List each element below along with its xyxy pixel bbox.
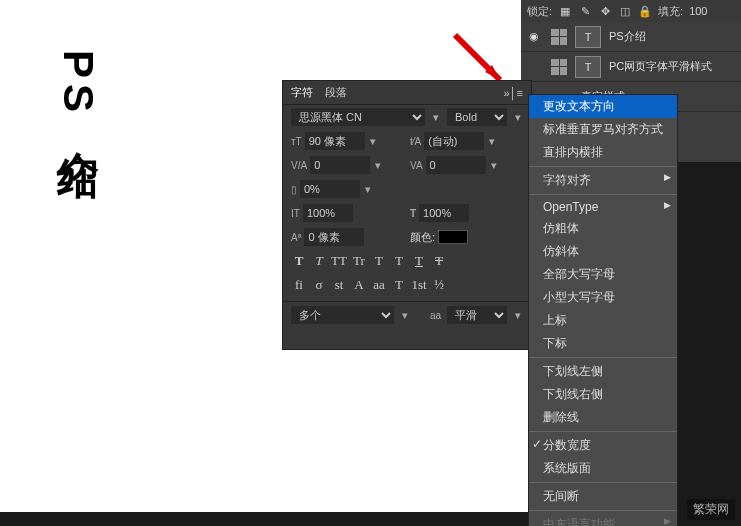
lock-brush-icon[interactable]: ✎	[578, 4, 592, 18]
menu-item[interactable]: 更改文本方向	[529, 95, 677, 118]
aa-icon: aa	[430, 310, 441, 321]
tsume-input[interactable]	[300, 180, 360, 198]
chevron-down-icon[interactable]: ▾	[513, 309, 523, 322]
layer-options-bar: 锁定: ▦ ✎ ✥ ◫ 🔒 填充: 100	[521, 0, 741, 22]
color-label: 颜色:	[410, 230, 435, 245]
stylistic-button[interactable]: aa	[371, 277, 387, 293]
superscript-button[interactable]: T	[371, 253, 387, 269]
strike-button[interactable]: T	[431, 253, 447, 269]
panel-flyout-menu: 更改文本方向标准垂直罗马对齐方式直排内横排字符对齐OpenType仿粗体仿斜体全…	[528, 94, 678, 526]
tracking-icon: VA	[410, 160, 423, 171]
menu-item[interactable]: 小型大写字母	[529, 286, 677, 309]
antialias-select[interactable]: 平滑	[447, 306, 507, 324]
chevron-down-icon[interactable]: ▾	[489, 159, 499, 172]
titling-button[interactable]: T	[391, 277, 407, 293]
visibility-icon[interactable]: ◉	[529, 30, 543, 43]
menu-item[interactable]: 下划线右侧	[529, 383, 677, 406]
baseline-icon: Aª	[291, 232, 301, 243]
contextual-button[interactable]: σ	[311, 277, 327, 293]
menu-item[interactable]: 标准垂直罗马对齐方式	[529, 118, 677, 141]
text-color-swatch[interactable]	[438, 230, 468, 244]
panel-flyout-icon[interactable]: »│≡	[504, 87, 523, 99]
ligature-button[interactable]: fi	[291, 277, 307, 293]
italic-button[interactable]: T	[311, 253, 327, 269]
grid-icon[interactable]	[551, 29, 567, 45]
menu-item[interactable]: 分数宽度	[529, 434, 677, 457]
layer-thumb: T	[575, 56, 601, 78]
tsume-icon: ▯	[291, 184, 297, 195]
fill-label: 填充:	[658, 4, 683, 19]
character-panel: 字符 段落 »│≡ 思源黑体 CN ▾ Bold ▾ тT▾ t⁄A▾ V/A▾…	[282, 80, 532, 350]
lock-artboard-icon[interactable]: ◫	[618, 4, 632, 18]
fractions-button[interactable]: ½	[431, 277, 447, 293]
kerning-icon: V/A	[291, 160, 307, 171]
lock-pixels-icon[interactable]: ▦	[558, 4, 572, 18]
menu-item[interactable]: 上标	[529, 309, 677, 332]
layer-thumb: T	[575, 26, 601, 48]
discretionary-button[interactable]: st	[331, 277, 347, 293]
menu-item[interactable]: 删除线	[529, 406, 677, 429]
chevron-down-icon[interactable]: ▾	[373, 159, 383, 172]
menu-item: 中东语言功能	[529, 513, 677, 526]
menu-item[interactable]: 无间断	[529, 485, 677, 508]
allcaps-button[interactable]: TT	[331, 253, 347, 269]
menu-item[interactable]: 系统版面	[529, 457, 677, 480]
chevron-down-icon[interactable]: ▾	[431, 111, 441, 124]
chevron-down-icon[interactable]: ▾	[363, 183, 373, 196]
ordinals-button[interactable]: 1st	[411, 277, 427, 293]
lock-move-icon[interactable]: ✥	[598, 4, 612, 18]
kerning-input[interactable]	[310, 156, 370, 174]
text-style-row: T T TT Tr T T T T	[283, 249, 531, 273]
hscale-input[interactable]	[419, 204, 469, 222]
tab-paragraph[interactable]: 段落	[325, 85, 347, 100]
underline-button[interactable]: T	[411, 253, 427, 269]
leading-input[interactable]	[424, 132, 484, 150]
subscript-button[interactable]: T	[391, 253, 407, 269]
tab-character[interactable]: 字符	[291, 85, 313, 100]
menu-item[interactable]: 全部大写字母	[529, 263, 677, 286]
chevron-down-icon[interactable]: ▾	[368, 135, 378, 148]
opentype-row: fi σ st A aa T 1st ½	[283, 273, 531, 297]
tracking-input[interactable]	[426, 156, 486, 174]
smallcaps-button[interactable]: Tr	[351, 253, 367, 269]
baseline-input[interactable]	[304, 228, 364, 246]
font-size-input[interactable]	[305, 132, 365, 150]
swash-button[interactable]: A	[351, 277, 367, 293]
lock-label: 锁定:	[527, 4, 552, 19]
hscale-icon: T	[410, 208, 416, 219]
bold-button[interactable]: T	[291, 253, 307, 269]
lock-all-icon[interactable]: 🔒	[638, 4, 652, 18]
chevron-down-icon[interactable]: ▾	[513, 111, 523, 124]
menu-item[interactable]: 直排内横排	[529, 141, 677, 164]
leading-icon: t⁄A	[410, 136, 421, 147]
chevron-down-icon[interactable]: ▾	[400, 309, 410, 322]
font-size-icon: тT	[291, 136, 302, 147]
font-weight-select[interactable]: Bold	[447, 108, 507, 126]
menu-item[interactable]: 字符对齐	[529, 169, 677, 192]
layer-name[interactable]: PS介绍	[609, 29, 646, 44]
watermark-text: 繁荣网	[687, 499, 735, 520]
fill-value[interactable]: 100	[689, 5, 707, 17]
menu-item[interactable]: 仿斜体	[529, 240, 677, 263]
vertical-text-layer[interactable]: PS介绍	[50, 50, 106, 130]
grid-icon[interactable]	[551, 59, 567, 75]
menu-item[interactable]: 下标	[529, 332, 677, 355]
vscale-input[interactable]	[303, 204, 353, 222]
menu-item[interactable]: OpenType	[529, 197, 677, 217]
font-family-select[interactable]: 思源黑体 CN	[291, 108, 425, 126]
layer-row[interactable]: T PC网页字体平滑样式	[521, 52, 741, 82]
layer-row[interactable]: ◉ T PS介绍	[521, 22, 741, 52]
layer-name[interactable]: PC网页字体平滑样式	[609, 59, 712, 74]
menu-item[interactable]: 下划线左侧	[529, 360, 677, 383]
vscale-icon: IT	[291, 208, 300, 219]
language-select[interactable]: 多个	[291, 306, 394, 324]
chevron-down-icon[interactable]: ▾	[487, 135, 497, 148]
menu-item[interactable]: 仿粗体	[529, 217, 677, 240]
